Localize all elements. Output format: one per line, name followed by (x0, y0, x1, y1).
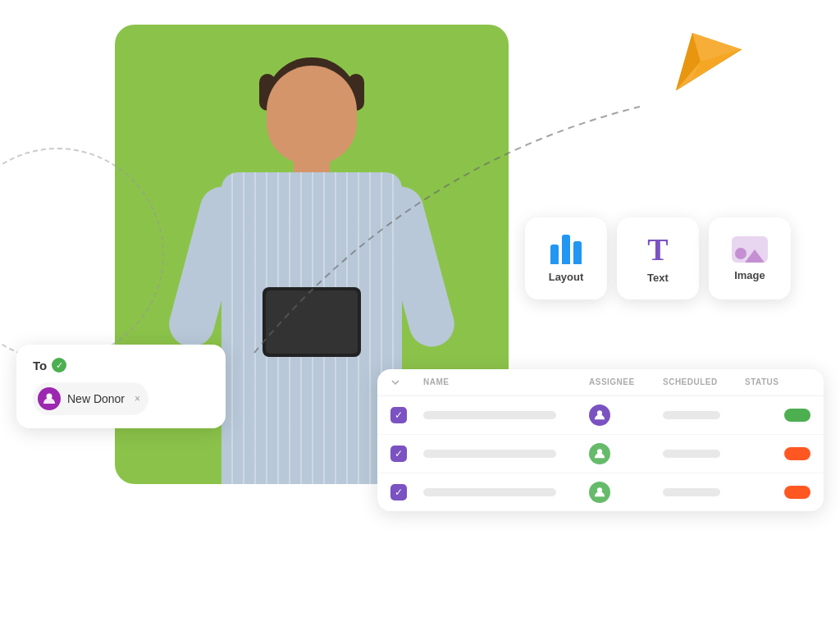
layout-bar-1 (550, 245, 559, 264)
table-row[interactable]: ✓ (377, 396, 824, 435)
row-avatar-3 (589, 482, 610, 503)
table-card: NAME ASSIGNEE SCHEDULED STATUS ✓ ✓ (377, 369, 824, 511)
text-icon: T (647, 234, 668, 265)
donor-chip[interactable]: New Donor × (33, 382, 148, 415)
row-name-bar-3 (423, 488, 556, 496)
table-col-expand[interactable] (390, 377, 423, 387)
table-row[interactable]: ✓ (377, 473, 824, 511)
image-tool-card[interactable]: Image (709, 217, 791, 299)
row-scheduled-bar-3 (663, 488, 720, 496)
person-tablet (262, 287, 361, 357)
table-col-scheduled: SCHEDULED (663, 377, 745, 387)
layout-tool-card[interactable]: Layout (525, 217, 607, 299)
row-status-orange-2 (784, 447, 810, 460)
row-avatar-2 (589, 443, 610, 464)
donor-name: New Donor (67, 392, 125, 405)
table-col-status: STATUS (745, 377, 810, 387)
row-checkbox-3[interactable]: ✓ (390, 484, 407, 500)
table-col-name: NAME (423, 377, 589, 387)
scene: Layout T Text Image To ✓ New Do (0, 0, 840, 617)
layout-label: Layout (549, 271, 584, 283)
row-avatar-1 (589, 404, 610, 426)
image-icon (732, 236, 768, 263)
row-checkbox-1[interactable]: ✓ (390, 407, 407, 423)
paper-plane-icon (676, 33, 742, 90)
person-head (267, 66, 357, 164)
row-name-bar-1 (423, 411, 556, 419)
row-name-bar-2 (423, 450, 556, 458)
row-status-orange-3 (784, 486, 810, 499)
layout-icon (550, 235, 582, 264)
to-row: To ✓ (33, 358, 209, 372)
to-check-icon: ✓ (52, 358, 66, 372)
tool-cards-container: Layout T Text Image (525, 217, 791, 299)
donor-remove-button[interactable]: × (135, 393, 140, 404)
table-row[interactable]: ✓ (377, 435, 824, 473)
text-label: Text (647, 272, 669, 284)
image-label: Image (734, 269, 765, 281)
row-checkbox-2[interactable]: ✓ (390, 446, 407, 462)
table-col-assignee: ASSIGNEE (589, 377, 663, 387)
row-status-green-1 (784, 409, 810, 422)
row-scheduled-bar-1 (663, 411, 720, 419)
row-scheduled-bar-2 (663, 450, 720, 458)
to-card: To ✓ New Donor × (16, 345, 226, 428)
table-header: NAME ASSIGNEE SCHEDULED STATUS (377, 369, 824, 396)
layout-bar-2 (562, 235, 570, 264)
to-label: To (33, 359, 47, 372)
layout-bar-3 (573, 241, 582, 264)
donor-avatar (38, 387, 61, 410)
text-tool-card[interactable]: T Text (617, 217, 699, 299)
